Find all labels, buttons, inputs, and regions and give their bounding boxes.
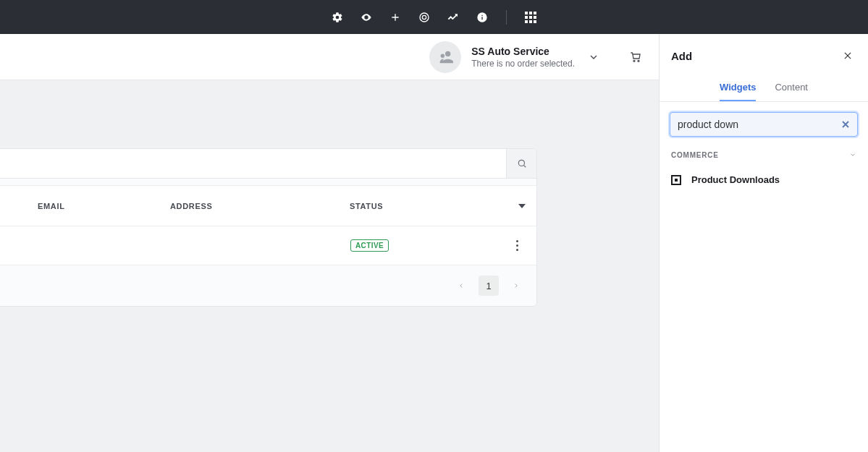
row-actions-button[interactable] (511, 237, 523, 255)
svg-line-3 (523, 165, 526, 167)
pager-next-button[interactable] (506, 276, 526, 296)
cart-icon[interactable] (627, 48, 644, 66)
svg-point-2 (518, 160, 524, 166)
toolbar-divider (506, 10, 507, 25)
info-icon[interactable] (476, 11, 489, 24)
target-icon[interactable] (418, 11, 431, 24)
filter-strip (0, 179, 536, 186)
close-icon[interactable] (840, 48, 855, 63)
top-toolbar (0, 0, 868, 34)
sidepanel-header: Add (660, 34, 868, 77)
clear-search-icon[interactable] (840, 119, 851, 130)
widget-icon (671, 175, 681, 185)
pager-prev-button[interactable] (451, 276, 471, 296)
widget-search (670, 112, 858, 137)
widget-result-label: Product Downloads (691, 174, 780, 185)
section-label: COMMERCE (671, 151, 719, 159)
pager-page[interactable]: 1 (479, 276, 499, 296)
apps-grid-icon[interactable] (524, 11, 537, 24)
add-sidepanel: Add Widgets Content COMMERCE Product Dow… (659, 34, 868, 452)
account-name: SS Auto Service (471, 46, 575, 57)
card-search-row (0, 149, 536, 179)
tab-widgets[interactable]: Widgets (720, 82, 756, 101)
pager: 1 (0, 265, 536, 306)
main-content: EMAIL ADDRESS STATUS ACTIVE 1 (0, 80, 659, 452)
plus-icon[interactable] (389, 11, 402, 24)
header-strip: SS Auto Service There is no order select… (0, 34, 659, 80)
card-search-input[interactable] (0, 149, 506, 178)
svg-point-1 (638, 60, 639, 61)
eye-icon[interactable] (360, 11, 373, 24)
section-commerce[interactable]: COMMERCE (660, 145, 868, 169)
account-text: SS Auto Service There is no order select… (471, 46, 575, 69)
table-row[interactable]: ACTIVE (0, 226, 536, 265)
widget-result-item[interactable]: Product Downloads (660, 169, 868, 191)
analytics-icon[interactable] (447, 11, 460, 24)
search-button[interactable] (506, 149, 536, 178)
avatar-icon (429, 41, 461, 73)
svg-point-0 (633, 60, 635, 61)
account-switcher[interactable]: SS Auto Service There is no order select… (429, 41, 644, 73)
chevron-down-icon (849, 148, 856, 161)
tab-content[interactable]: Content (775, 82, 808, 101)
sort-caret-icon[interactable] (518, 200, 526, 213)
data-card: EMAIL ADDRESS STATUS ACTIVE 1 (0, 148, 537, 307)
sidepanel-title: Add (671, 50, 692, 62)
sidepanel-tabs: Widgets Content (660, 77, 868, 102)
column-address[interactable]: ADDRESS (170, 202, 212, 210)
gear-icon[interactable] (331, 11, 344, 24)
column-status[interactable]: STATUS (350, 202, 383, 210)
chevron-down-icon[interactable] (585, 48, 602, 66)
table-header: EMAIL ADDRESS STATUS (0, 186, 536, 226)
account-sub: There is no order selected. (471, 59, 575, 69)
status-badge: ACTIVE (350, 239, 389, 252)
column-email[interactable]: EMAIL (38, 202, 65, 210)
widget-search-input[interactable] (678, 119, 837, 130)
